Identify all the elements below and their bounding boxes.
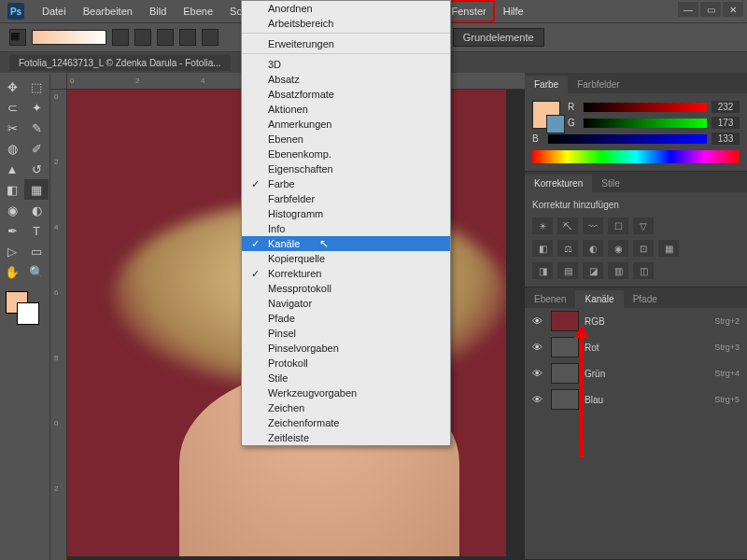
blur-tool[interactable]: ◉ (0, 200, 24, 220)
visibility-icon[interactable]: 👁 (532, 394, 545, 405)
menu-item-anordnen[interactable]: Anordnen (242, 1, 450, 16)
menu-item-eigenschaften[interactable]: Eigenschaften (242, 161, 450, 176)
type-tool[interactable]: T (24, 220, 49, 241)
photo-filter-icon[interactable]: ◉ (608, 240, 628, 257)
menu-item-pinsel[interactable]: Pinsel (242, 326, 450, 341)
menu-item-messprotokoll[interactable]: Messprotokoll (242, 281, 450, 296)
threshold-icon[interactable]: ◪ (583, 262, 603, 279)
g-slider[interactable] (584, 119, 707, 128)
g-value[interactable]: 173 (712, 117, 740, 129)
hue-icon[interactable]: ◧ (532, 240, 553, 257)
curves-icon[interactable]: 〰 (583, 217, 603, 234)
channel-row-rot[interactable]: 👁 Rot Strg+3 (525, 334, 747, 360)
wand-tool[interactable]: ✦ (24, 97, 49, 118)
menu-ebene[interactable]: Ebene (175, 0, 221, 22)
menu-item-absatzformate[interactable]: Absatzformate (242, 87, 450, 102)
crop-tool[interactable]: ✂ (0, 118, 24, 138)
stamp-tool[interactable]: ▲ (0, 159, 24, 179)
menu-item-anmerkungen[interactable]: Anmerkungen (242, 117, 450, 132)
spectrum-bar[interactable] (532, 150, 740, 163)
move-tool[interactable]: ✥ (0, 77, 24, 97)
minimize-button[interactable]: — (678, 2, 698, 17)
visibility-icon[interactable]: 👁 (532, 368, 545, 379)
menu-item-histogramm[interactable]: Histogramm (242, 206, 450, 221)
exposure-icon[interactable]: ☐ (608, 217, 628, 234)
history-brush-tool[interactable]: ↺ (24, 159, 49, 179)
visibility-icon[interactable]: 👁 (532, 315, 545, 327)
gradient-tool[interactable]: ▦ (24, 179, 49, 200)
menu-item-pfade[interactable]: Pfade (242, 311, 450, 326)
posterize-icon[interactable]: ▤ (557, 262, 578, 279)
close-button[interactable]: ✕ (723, 2, 743, 17)
brightness-icon[interactable]: ☀ (532, 217, 553, 234)
menu-item-korrekturen[interactable]: Korrekturen (242, 266, 450, 281)
b-value[interactable]: 133 (712, 133, 740, 145)
shape-tool[interactable]: ▭ (24, 241, 49, 261)
color-swatches[interactable] (0, 291, 49, 329)
brush-tool[interactable]: ✐ (24, 138, 49, 159)
tab-swatches[interactable]: Farbfelder (568, 76, 629, 93)
visibility-icon[interactable]: 👁 (532, 342, 545, 353)
menu-item-ebenenkomp[interactable]: Ebenenkomp. (242, 147, 450, 161)
channel-row-blau[interactable]: 👁 Blau Strg+5 (525, 386, 747, 413)
levels-icon[interactable]: ⛏ (557, 217, 578, 234)
lookup-icon[interactable]: ▦ (658, 240, 679, 257)
menu-datei[interactable]: Datei (34, 0, 75, 22)
menu-item-ebenen[interactable]: Ebenen (242, 132, 450, 147)
menu-item-farbe[interactable]: Farbe (242, 176, 450, 191)
eyedropper-tool[interactable]: ✎ (24, 118, 49, 138)
selective-color-icon[interactable]: ◫ (633, 262, 654, 279)
document-tab[interactable]: Fotolia_12463713_L © Zdenka Darula - Fot… (9, 55, 231, 71)
channel-row-grün[interactable]: 👁 Grün Strg+4 (525, 360, 747, 386)
channel-row-rgb[interactable]: 👁 RGB Strg+2 (525, 308, 747, 334)
menu-item-navigator[interactable]: Navigator (242, 296, 450, 311)
r-value[interactable]: 232 (712, 101, 740, 113)
menu-item-protokoll[interactable]: Protokoll (242, 356, 450, 371)
invert-icon[interactable]: ◨ (532, 262, 553, 279)
vibrance-icon[interactable]: ▽ (633, 217, 654, 234)
menu-bild[interactable]: Bild (141, 0, 175, 22)
menu-item-info[interactable]: Info (242, 221, 450, 236)
gradient-diamond-icon[interactable] (202, 29, 218, 46)
tab-adjustments[interactable]: Korrekturen (525, 175, 592, 192)
gradient-angle-icon[interactable] (157, 29, 174, 46)
b-slider[interactable] (548, 134, 707, 144)
menu-item-zeichen[interactable]: Zeichen (242, 400, 450, 415)
menu-item-farbfelder[interactable]: Farbfelder (242, 191, 450, 206)
menu-item-erweiterungen[interactable]: Erweiterungen (242, 36, 450, 54)
eraser-tool[interactable]: ◧ (0, 179, 24, 200)
gradient-preview[interactable] (32, 30, 106, 45)
menu-bearbeiten[interactable]: Bearbeiten (75, 0, 141, 22)
channel-mixer-icon[interactable]: ⊡ (633, 240, 654, 257)
menu-item-kanle[interactable]: Kanäle↖ (242, 236, 450, 251)
menu-hilfe[interactable]: Hilfe (495, 0, 532, 22)
menu-item-zeitleiste[interactable]: Zeitleiste (242, 430, 450, 445)
menu-item-pinselvorgaben[interactable]: Pinselvorgaben (242, 341, 450, 356)
background-swatch[interactable] (17, 302, 39, 325)
gradient-radial-icon[interactable] (134, 29, 151, 46)
menu-item-zeichenformate[interactable]: Zeichenformate (242, 415, 450, 430)
menu-item-arbeitsbereich[interactable]: Arbeitsbereich (242, 16, 450, 34)
tab-color[interactable]: Farbe (525, 76, 568, 93)
tab-layers[interactable]: Ebenen (525, 290, 575, 308)
marquee-tool[interactable]: ⬚ (24, 77, 49, 97)
bw-icon[interactable]: ◐ (583, 240, 603, 257)
maximize-button[interactable]: ▭ (700, 2, 721, 17)
panel-color-swatch[interactable] (532, 101, 560, 129)
gradient-linear-icon[interactable] (112, 29, 129, 46)
r-slider[interactable] (584, 103, 707, 112)
gradient-reflected-icon[interactable] (179, 29, 196, 46)
tab-channels[interactable]: Kanäle (575, 290, 623, 308)
heal-tool[interactable]: ◍ (0, 138, 24, 159)
tab-styles[interactable]: Stile (592, 175, 628, 192)
menu-item-3d[interactable]: 3D (242, 57, 450, 72)
balance-icon[interactable]: ⚖ (557, 240, 578, 257)
menu-item-stile[interactable]: Stile (242, 371, 450, 385)
tool-preset-icon[interactable]: ▦ (9, 29, 26, 46)
menu-item-kopierquelle[interactable]: Kopierquelle (242, 251, 450, 266)
zoom-tool[interactable]: 🔍 (24, 261, 49, 282)
menu-item-aktionen[interactable]: Aktionen (242, 102, 450, 117)
pen-tool[interactable]: ✒ (0, 220, 24, 241)
workspace-switcher[interactable]: Grundelemente (453, 28, 544, 47)
menu-item-werkzeugvorgaben[interactable]: Werkzeugvorgaben (242, 385, 450, 400)
